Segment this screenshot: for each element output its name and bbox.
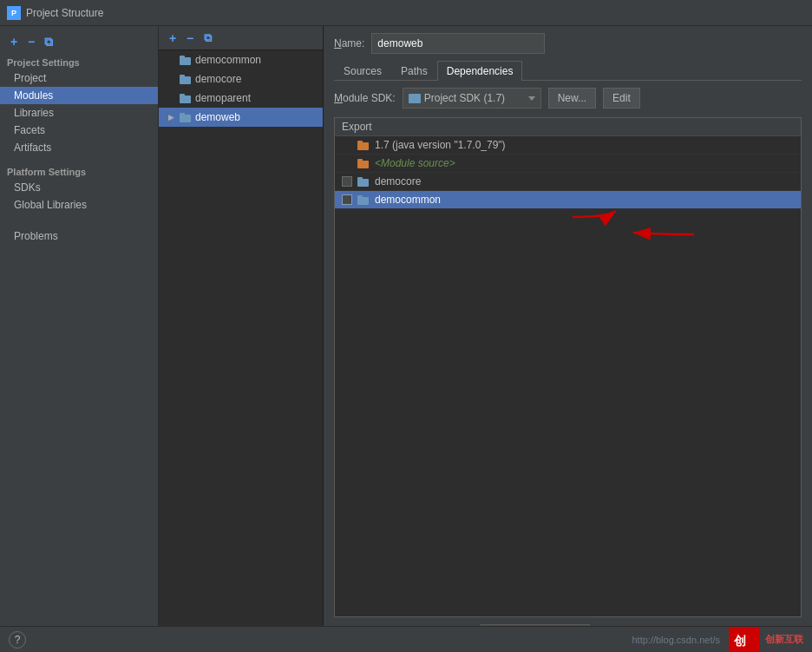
- copy-button[interactable]: ⧉: [42, 35, 56, 49]
- sidebar-toolbar: + − ⧉: [0, 30, 158, 54]
- logo-cn-text: 创新互联: [765, 633, 803, 646]
- name-label: Name:: [334, 37, 364, 49]
- dep-democommon-checkbox[interactable]: [342, 194, 352, 205]
- export-section: Export 1.7 (java version "1.7.0_79") <Mo…: [334, 117, 802, 617]
- sidebar: + − ⧉ Project Settings Project Modules L…: [0, 26, 159, 652]
- module-list-toolbar: + − ⧉: [159, 26, 323, 50]
- sdk-label: Module SDK:: [334, 92, 396, 104]
- module-item-demoweb[interactable]: ▶ demoweb: [159, 108, 323, 127]
- sidebar-item-artifacts[interactable]: Artifacts: [0, 139, 158, 156]
- sidebar-item-libraries[interactable]: Libraries: [0, 104, 158, 122]
- sdk-dropdown-arrow-icon: [528, 96, 535, 101]
- tabs: Sources Paths Dependencies: [334, 61, 802, 81]
- name-input[interactable]: [371, 33, 545, 54]
- dep-folder-democore-icon: [357, 177, 370, 187]
- sdk-select-text: Project SDK (1.7): [424, 92, 525, 104]
- logo-area: 创 创新互联: [729, 627, 803, 653]
- dep-folder-democommon-icon: [357, 195, 370, 205]
- app-icon: P: [7, 6, 21, 20]
- module-add-button[interactable]: +: [166, 31, 180, 45]
- dep-row-module-source[interactable]: <Module source>: [335, 155, 801, 173]
- edit-button[interactable]: Edit: [603, 88, 640, 109]
- dep-democore-checkbox[interactable]: [342, 176, 352, 187]
- module-list-panel: + − ⧉ democommon democore demoparent ▶: [159, 26, 324, 652]
- sidebar-item-facets[interactable]: Facets: [0, 122, 158, 139]
- export-header: Export: [335, 118, 801, 136]
- sdk-row: Module SDK: Project SDK (1.7) New... Edi…: [334, 88, 802, 109]
- url-text: http://blog.csdn.net/s: [632, 635, 720, 645]
- help-button[interactable]: ?: [9, 631, 26, 649]
- sidebar-item-sdks[interactable]: SDKs: [0, 179, 158, 196]
- sidebar-item-problems[interactable]: Problems: [0, 227, 158, 245]
- expand-arrow-icon: ▶: [166, 112, 176, 122]
- folder-icon: [180, 56, 192, 65]
- dep-folder-jdk-icon: [357, 141, 370, 150]
- svg-text:创: 创: [733, 634, 746, 648]
- logo-text: 创新互联: [765, 633, 803, 646]
- module-copy-button[interactable]: ⧉: [200, 31, 214, 45]
- sdk-folder-icon: [409, 94, 421, 103]
- sidebar-item-global-libraries[interactable]: Global Libraries: [0, 196, 158, 214]
- title-bar-text: Project Structure: [26, 7, 103, 19]
- module-item-demoparent[interactable]: demoparent: [159, 89, 323, 108]
- title-bar: P Project Structure: [0, 0, 812, 26]
- svg-text:P: P: [11, 9, 16, 17]
- dep-folder-module-icon: [357, 159, 370, 168]
- sdk-select[interactable]: Project SDK (1.7): [403, 88, 541, 109]
- remove-button[interactable]: −: [24, 35, 38, 49]
- folder-icon: [180, 75, 192, 84]
- module-item-democore[interactable]: democore: [159, 69, 323, 89]
- dep-row-democore[interactable]: democore: [335, 173, 801, 191]
- tab-paths[interactable]: Paths: [391, 61, 437, 81]
- module-list-items: democommon democore demoparent ▶ demoweb: [159, 50, 323, 652]
- dep-row-democommon[interactable]: democommon: [335, 191, 801, 209]
- tab-sources[interactable]: Sources: [334, 61, 391, 81]
- project-settings-header: Project Settings: [0, 54, 158, 69]
- tab-dependencies[interactable]: Dependencies: [437, 61, 523, 81]
- add-button[interactable]: +: [7, 35, 21, 49]
- sidebar-item-modules[interactable]: Modules: [0, 87, 158, 104]
- main-layout: + − ⧉ Project Settings Project Modules L…: [0, 26, 812, 652]
- module-item-democommon[interactable]: democommon: [159, 50, 323, 69]
- dep-module-source-text: <Module source>: [375, 157, 455, 169]
- folder-icon: [180, 113, 192, 122]
- dep-row-jdk[interactable]: 1.7 (java version "1.7.0_79"): [335, 136, 801, 155]
- folder-icon: [180, 94, 192, 103]
- sidebar-item-project[interactable]: Project: [0, 69, 158, 87]
- bottom-bar: ? http://blog.csdn.net/s 创 创新互联: [0, 626, 812, 652]
- module-remove-button[interactable]: −: [183, 31, 197, 45]
- detail-panel: Name: Sources Paths Dependencies Module …: [324, 26, 812, 652]
- platform-settings-header: Platform Settings: [0, 163, 158, 179]
- name-row: Name:: [334, 33, 802, 54]
- new-button[interactable]: New...: [548, 88, 596, 109]
- logo-box: 创: [729, 627, 760, 653]
